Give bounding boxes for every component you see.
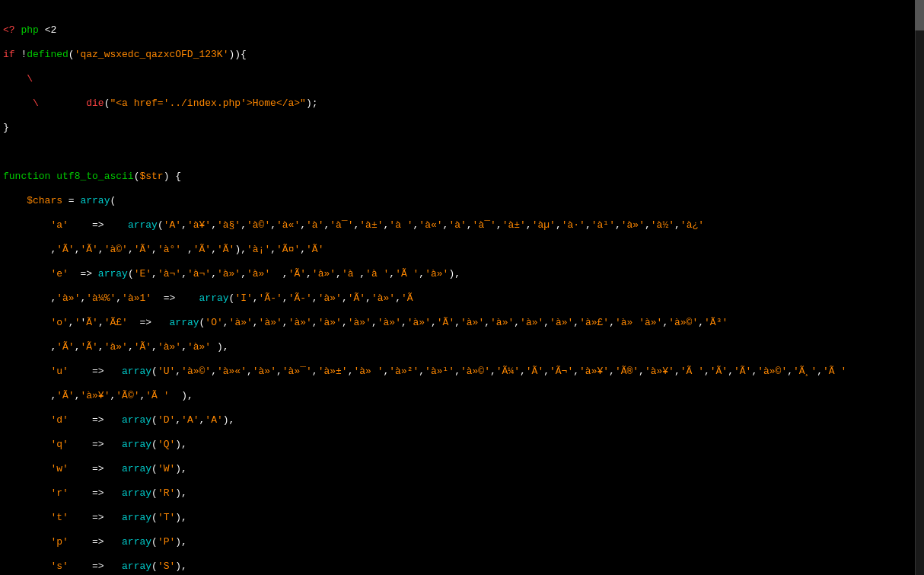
line-19: 'w' => array('W'),	[3, 463, 912, 475]
line-21: 't' => array('T'),	[3, 512, 912, 524]
scrollbar-thumb[interactable]	[915, 0, 924, 30]
line-6	[3, 146, 912, 158]
code-content: <? php <2 if !defined('qaz_wsxedc_qazxcO…	[0, 0, 924, 575]
line-3: \	[3, 73, 912, 85]
code-container: <? php <2 if !defined('qaz_wsxedc_qazxcO…	[0, 0, 924, 575]
line-12: ,'à»','à¼%','à»1' => array('I','Ã-','Ã-'…	[3, 292, 912, 305]
line-22: 'p' => array('P'),	[3, 536, 912, 548]
line-9: 'a' => array('A','à¥','à§','à©','à«','à­…	[3, 219, 912, 232]
line-14: ,'Ã','Ã','à»','Ã','à»','à»' ),	[3, 341, 912, 353]
line-23: 's' => array('S'),	[3, 561, 912, 573]
line-8: $chars = array(	[3, 195, 912, 207]
line-1: <? php <2	[3, 24, 912, 37]
line-18: 'q' => array('Q'),	[3, 439, 912, 451]
line-2: if !defined('qaz_wsxedc_qazxcOFD_123K'))…	[3, 49, 912, 61]
line-16: ,'Ã','à»¥','Ã©','Ã ' ),	[3, 390, 912, 402]
line-7: function utf8_to_ascii($str) {	[3, 171, 912, 183]
line-11: 'e' => array('E','à¬','à¬','à»','à»' ,'Ã…	[3, 268, 912, 280]
scrollbar[interactable]	[915, 0, 924, 575]
line-5: }	[3, 122, 912, 134]
line-15: 'u' => array('U','à»©','à»«','à»­','à»¯'…	[3, 366, 912, 378]
line-17: 'd' => array('D','A','A'),	[3, 414, 912, 426]
line-13: 'o',''Ã','Ã£' => array('O','à»','à»','à»…	[3, 317, 912, 329]
line-20: 'r' => array('R'),	[3, 487, 912, 500]
line-10: ,'Ã','Ã','à©','Ã','à°' ,'Ã','Ã'),'à¡','Ã…	[3, 244, 912, 256]
line-4: \ die("<a href='../index.php'>Home</a>")…	[3, 97, 912, 110]
